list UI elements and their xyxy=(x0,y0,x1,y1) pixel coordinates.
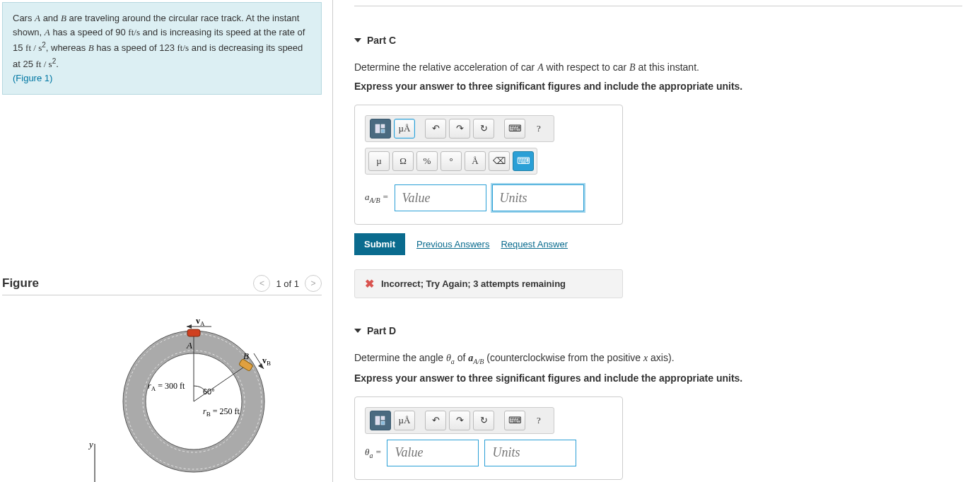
svg-marker-13 xyxy=(187,324,192,329)
var-b: B xyxy=(88,43,94,54)
txt: Determine the relative acceleration of c… xyxy=(354,61,537,73)
svg-rect-28 xyxy=(381,421,385,425)
collapse-icon xyxy=(354,329,361,333)
txt: has a speed of 90 xyxy=(50,27,129,37)
special-chars-button[interactable]: µÅ xyxy=(394,119,415,139)
part-d-answer-box: µÅ ↶ ↷ ↻ ⌨ ? θa = xyxy=(354,396,623,480)
templates-button[interactable] xyxy=(370,119,391,139)
txt: , whereas xyxy=(46,43,88,54)
angstrom-button[interactable]: Å xyxy=(465,151,486,171)
svg-text:A: A xyxy=(186,340,192,351)
txt: with respect to car xyxy=(544,61,629,73)
txt: Determine the angle xyxy=(354,352,446,363)
special-char-palette: µ Ω % ° Å ⌫ ⌨ xyxy=(365,148,537,175)
figure-header: Figure < 1 of 1 > xyxy=(2,275,322,295)
unit: ft / s xyxy=(36,59,52,69)
svg-text:y: y xyxy=(88,439,93,449)
unit: ft/s xyxy=(128,27,140,37)
unit: ft/s xyxy=(177,43,189,54)
keyboard-button[interactable]: ⌨ xyxy=(504,119,525,139)
svg-text:60°: 60° xyxy=(203,387,215,396)
txt: . xyxy=(56,59,59,69)
previous-answers-link[interactable]: Previous Answers xyxy=(416,239,489,249)
part-d-prompt: Determine the angle θa of aA/B (counterc… xyxy=(354,352,962,365)
mu-button[interactable]: µ xyxy=(368,151,390,171)
txt: (counterclockwise from the positive xyxy=(484,352,643,363)
units-input[interactable] xyxy=(484,440,576,466)
svg-rect-27 xyxy=(381,416,385,420)
part-d-title: Part D xyxy=(367,325,396,336)
part-c-title: Part C xyxy=(367,35,396,46)
svg-rect-11 xyxy=(187,329,200,336)
redo-button[interactable]: ↷ xyxy=(449,119,470,139)
txt: Cars xyxy=(13,13,35,23)
svg-text:B: B xyxy=(243,351,249,361)
pager-text: 1 of 1 xyxy=(276,278,299,289)
undo-button[interactable]: ↶ xyxy=(425,119,446,139)
var-a: A xyxy=(45,27,50,37)
svg-rect-25 xyxy=(381,129,385,133)
figure-pager: < 1 of 1 > xyxy=(253,275,322,292)
part-c-header[interactable]: Part C xyxy=(354,35,962,46)
degree-button[interactable]: ° xyxy=(441,151,462,171)
svg-text:vB: vB xyxy=(262,355,271,367)
input-label: aA/B = xyxy=(365,192,389,204)
feedback-text: Incorrect; Try Again; 3 attempts remaini… xyxy=(381,278,566,289)
part-c-prompt: Determine the relative acceleration of c… xyxy=(354,61,962,74)
answer-toolbar: µÅ ↶ ↷ ↻ ⌨ ? xyxy=(365,407,554,434)
reset-button[interactable]: ↻ xyxy=(473,119,494,139)
special-chars-button[interactable]: µÅ xyxy=(394,411,415,430)
pager-prev-button[interactable]: < xyxy=(253,275,270,292)
submit-row: Submit Previous Answers Request Answer xyxy=(354,233,962,255)
part-d-instruction: Express your answer to three significant… xyxy=(354,372,962,384)
divider xyxy=(354,6,962,6)
var-b: B xyxy=(61,13,66,23)
txt: has a speed of 123 xyxy=(94,43,177,54)
txt: axis). xyxy=(648,352,674,363)
incorrect-icon: ✖ xyxy=(365,277,374,290)
value-input[interactable] xyxy=(395,184,486,211)
kbd-button[interactable]: ⌨ xyxy=(513,151,534,171)
submit-button[interactable]: Submit xyxy=(354,233,405,255)
svg-rect-23 xyxy=(375,124,380,133)
keyboard-button[interactable]: ⌨ xyxy=(504,411,525,430)
collapse-icon xyxy=(354,38,361,42)
txt: and xyxy=(40,13,61,23)
help-button[interactable]: ? xyxy=(528,119,549,139)
reset-button[interactable]: ↻ xyxy=(473,411,494,430)
part-c-answer-box: µÅ ↶ ↷ ↻ ⌨ ? µ Ω % ° Å ⌫ ⌨ aA/B = xyxy=(354,105,623,225)
help-button[interactable]: ? xyxy=(528,411,549,430)
value-input[interactable] xyxy=(387,440,479,466)
templates-button[interactable] xyxy=(370,411,391,430)
figure-heading: Figure xyxy=(2,276,39,290)
figure-link[interactable]: (Figure 1) xyxy=(13,73,52,83)
part-c-instruction: Express your answer to three significant… xyxy=(354,81,962,92)
feedback-box: ✖ Incorrect; Try Again; 3 attempts remai… xyxy=(354,269,623,298)
svg-rect-24 xyxy=(381,124,385,128)
units-input[interactable] xyxy=(492,184,584,211)
svg-text:vA: vA xyxy=(196,316,205,327)
omega-button[interactable]: Ω xyxy=(392,151,414,171)
figure-image: y x 60° vA A xyxy=(2,310,322,482)
redo-button[interactable]: ↷ xyxy=(449,411,470,430)
answer-toolbar: µÅ ↶ ↷ ↻ ⌨ ? xyxy=(365,115,554,142)
unit: ft / s xyxy=(25,43,42,54)
var-a: A xyxy=(35,13,40,23)
pager-next-button[interactable]: > xyxy=(305,275,322,292)
part-d-header[interactable]: Part D xyxy=(354,325,962,336)
percent-button[interactable]: % xyxy=(416,151,438,171)
svg-rect-26 xyxy=(375,416,380,425)
undo-button[interactable]: ↶ xyxy=(425,411,446,430)
input-label: θa = xyxy=(365,447,381,459)
request-answer-link[interactable]: Request Answer xyxy=(501,239,568,249)
problem-statement: Cars A and B are traveling around the ci… xyxy=(2,2,322,95)
txt: at this instant. xyxy=(636,61,699,73)
backspace-button[interactable]: ⌫ xyxy=(489,151,510,171)
txt: of xyxy=(455,352,468,363)
